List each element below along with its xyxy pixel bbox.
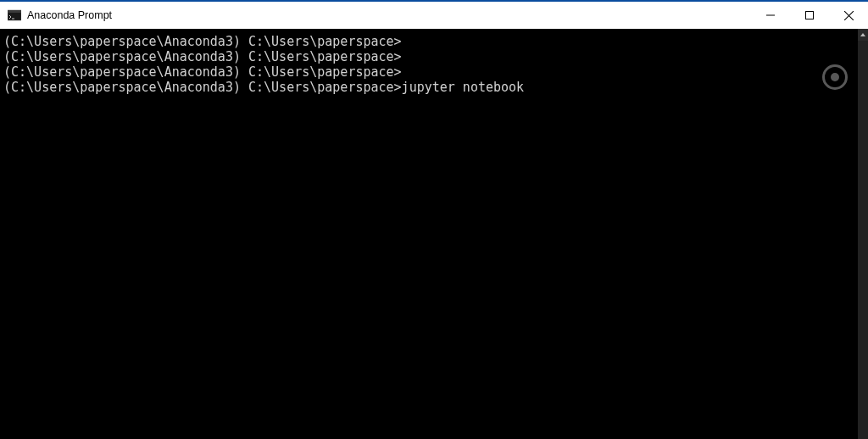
prompt-line: (C:\Users\paperspace\Anaconda3) C:\Users… [3,80,854,95]
maximize-button[interactable] [790,3,829,28]
close-button[interactable] [829,3,868,28]
prompt-text: (C:\Users\paperspace\Anaconda3) C:\Users… [3,80,402,95]
prompt-text: (C:\Users\paperspace\Anaconda3) C:\Users… [3,49,402,64]
prompt-text: (C:\Users\paperspace\Anaconda3) C:\Users… [3,64,402,80]
titlebar[interactable]: Anaconda Prompt [0,2,868,29]
terminal-output[interactable]: (C:\Users\paperspace\Anaconda3) C:\Users… [0,29,858,439]
window-title: Anaconda Prompt [27,2,751,29]
vertical-scrollbar[interactable] [858,29,868,439]
svg-rect-4 [806,12,814,19]
command-text: jupyter notebook [402,80,525,95]
prompt-text: (C:\Users\paperspace\Anaconda3) C:\Users… [3,34,402,49]
svg-rect-1 [8,10,21,13]
scroll-up-arrow-icon[interactable] [858,29,868,41]
terminal-area[interactable]: (C:\Users\paperspace\Anaconda3) C:\Users… [0,29,868,439]
prompt-line: (C:\Users\paperspace\Anaconda3) C:\Users… [3,64,854,80]
application-window: Anaconda Prompt (C:\Users\paperspace\An [0,0,868,439]
window-controls [751,3,868,28]
minimize-button[interactable] [751,3,790,28]
prompt-line: (C:\Users\paperspace\Anaconda3) C:\Users… [3,34,854,49]
terminal-icon [8,8,21,22]
prompt-line: (C:\Users\paperspace\Anaconda3) C:\Users… [3,49,854,64]
